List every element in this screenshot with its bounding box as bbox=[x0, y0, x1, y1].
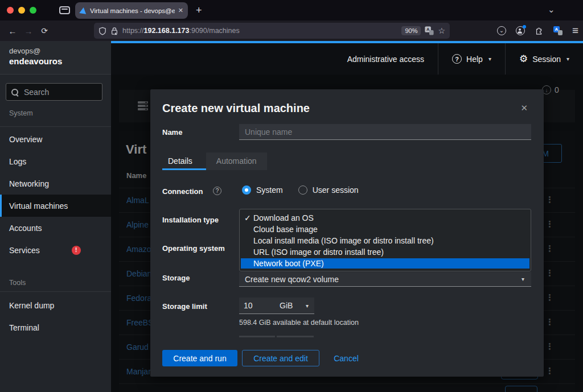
sidebar-item-label: Terminal bbox=[9, 323, 39, 332]
sidebar-user-header[interactable]: devops@ endeavouros bbox=[0, 41, 111, 75]
sidebar-item-networking[interactable]: Networking bbox=[0, 172, 111, 195]
vm-name-input[interactable] bbox=[239, 124, 531, 140]
option-label: Download an OS bbox=[253, 213, 314, 222]
bookmark-star-icon[interactable]: ☆ bbox=[438, 26, 445, 35]
create-and-edit-button[interactable]: Create and edit bbox=[242, 350, 319, 366]
connection-help-icon[interactable]: ? bbox=[213, 187, 221, 195]
dropdown-option-network-boot-pxe[interactable]: Network boot (PXE) bbox=[241, 258, 529, 269]
modal-close-icon[interactable]: ✕ bbox=[520, 103, 528, 113]
option-label: Network boot (PXE) bbox=[253, 259, 324, 268]
forward-button[interactable]: → bbox=[20, 26, 36, 36]
storage-helper-text: 598.4 GiB available at default location bbox=[239, 319, 359, 327]
firefox-view-icon[interactable] bbox=[59, 6, 70, 14]
storage-limit-label: Storage limit bbox=[162, 302, 207, 311]
services-alert-badge: ! bbox=[72, 246, 81, 255]
caret-down-icon: ▾ bbox=[522, 276, 524, 282]
sidebar-item-accounts[interactable]: Accounts bbox=[0, 217, 111, 239]
dropdown-option-download-os[interactable]: ✓Download an OS bbox=[240, 212, 531, 224]
sidebar-search[interactable] bbox=[6, 83, 102, 101]
reload-button[interactable]: ⟳ bbox=[36, 26, 52, 35]
operating-system-label: Operating system bbox=[162, 244, 225, 253]
connection-lock-warning-icon[interactable] bbox=[110, 27, 118, 35]
administrative-access-button[interactable]: Administrative access bbox=[334, 43, 438, 75]
sidebar-item-label: Overview bbox=[9, 135, 42, 144]
name-label: Name bbox=[162, 128, 182, 137]
window-close-button[interactable] bbox=[7, 7, 14, 14]
account-head bbox=[519, 28, 521, 31]
site-favicon-icon bbox=[79, 7, 87, 14]
extensions-puzzle-icon[interactable] bbox=[535, 26, 544, 35]
tracking-shield-icon[interactable] bbox=[98, 27, 106, 35]
dropdown-option-local-media[interactable]: Local install media (ISO image or distro… bbox=[240, 235, 531, 246]
help-icon: ? bbox=[452, 54, 462, 64]
connection-radio-group: System User session bbox=[242, 185, 359, 195]
radio-label: User session bbox=[313, 185, 359, 195]
tab-automation[interactable]: Automation bbox=[206, 152, 267, 170]
chevron-down-icon: ▾ bbox=[488, 56, 491, 62]
connection-label: Connection bbox=[162, 187, 203, 196]
account-icon[interactable] bbox=[516, 26, 525, 35]
storage-unit-value: GiB bbox=[280, 301, 293, 310]
url-scheme: https:// bbox=[122, 27, 144, 35]
installation-type-label: Installation type bbox=[162, 216, 219, 224]
tab-list-chevron-icon[interactable]: ⌄ bbox=[548, 5, 555, 15]
help-label: Help bbox=[466, 55, 483, 64]
sidebar-item-services[interactable]: Services! bbox=[0, 239, 111, 261]
sidebar-item-label: Logs bbox=[9, 157, 26, 166]
menu-hamburger-icon[interactable]: ≡ bbox=[572, 26, 578, 35]
storage-select[interactable]: Create new qcow2 volume ▾ bbox=[239, 272, 531, 287]
session-label: Session bbox=[532, 55, 561, 64]
window-zoom-button[interactable] bbox=[30, 7, 36, 14]
toolbar-right-icons: ⌄ A ≡ bbox=[497, 23, 578, 39]
installation-type-dropdown: ✓Download an OS Cloud base image Local i… bbox=[239, 209, 531, 271]
sidebar-item-logs[interactable]: Logs bbox=[0, 150, 111, 172]
divider bbox=[239, 336, 275, 337]
pocket-icon[interactable]: ⌄ bbox=[497, 26, 506, 35]
url-host: 192.168.1.173 bbox=[144, 27, 190, 35]
translate-extension-icon[interactable]: A bbox=[553, 26, 563, 35]
sidebar-item-kernel-dump[interactable]: Kernel dump bbox=[0, 294, 111, 316]
tab-details[interactable]: Details bbox=[162, 152, 206, 170]
sidebar-item-label: Services bbox=[9, 246, 40, 255]
radio-label: System bbox=[256, 185, 283, 195]
option-label: URL (ISO image or distro install tree) bbox=[253, 247, 384, 257]
translate-sheet bbox=[429, 30, 434, 35]
dropdown-option-cloud-base[interactable]: Cloud base image bbox=[240, 224, 531, 235]
new-tab-button[interactable]: + bbox=[196, 3, 202, 17]
radio-system[interactable]: System bbox=[242, 185, 283, 195]
cancel-button[interactable]: Cancel bbox=[329, 350, 363, 366]
search-input[interactable] bbox=[23, 87, 91, 97]
storage-limit-input[interactable] bbox=[239, 298, 274, 314]
create-and-run-button[interactable]: Create and run bbox=[162, 350, 237, 366]
sidebar-hostname: endeavouros bbox=[9, 56, 111, 66]
radio-user-session[interactable]: User session bbox=[298, 185, 359, 195]
caret-down-icon: ▾ bbox=[306, 303, 309, 309]
browser-tab[interactable]: Virtual machines - devops@end ✕ bbox=[75, 2, 188, 19]
zoom-level-badge[interactable]: 90% bbox=[401, 26, 421, 35]
window-minimize-button[interactable] bbox=[18, 7, 25, 14]
sidebar-section-system: System bbox=[9, 109, 33, 117]
administrative-access-label: Administrative access bbox=[347, 55, 424, 64]
storage-unit-select[interactable]: GiB ▾ bbox=[274, 298, 314, 314]
sidebar-item-overview[interactable]: Overview bbox=[0, 128, 111, 150]
session-menu[interactable]: ⚙ Session ▾ bbox=[506, 43, 583, 75]
url-text[interactable]: https://192.168.1.173:9090/machines bbox=[122, 27, 397, 35]
check-icon: ✓ bbox=[244, 212, 251, 224]
sidebar-item-virtual-machines[interactable]: Virtual machines bbox=[0, 195, 111, 217]
gear-icon: ⚙ bbox=[519, 53, 528, 65]
sidebar: devops@ endeavouros System Overview Logs… bbox=[0, 41, 111, 392]
dropdown-option-url[interactable]: URL (ISO image or distro install tree) bbox=[240, 246, 531, 258]
sidebar-item-terminal[interactable]: Terminal bbox=[0, 316, 111, 339]
url-path: :9090/machines bbox=[189, 27, 239, 35]
sidebar-section-tools: Tools bbox=[9, 279, 26, 287]
search-icon bbox=[11, 89, 18, 96]
tab-close-icon[interactable]: ✕ bbox=[178, 7, 183, 14]
help-menu[interactable]: ? Help ▾ bbox=[438, 43, 505, 75]
back-button[interactable]: ← bbox=[5, 26, 20, 36]
divider bbox=[0, 291, 111, 292]
sidebar-item-label: Networking bbox=[9, 179, 49, 188]
cockpit-app: devops@ endeavouros System Overview Logs… bbox=[0, 41, 583, 392]
chevron-down-icon: ▾ bbox=[566, 56, 569, 62]
address-bar[interactable]: https://192.168.1.173:9090/machines 90% … bbox=[94, 23, 450, 39]
translate-page-icon[interactable]: A bbox=[425, 26, 434, 35]
